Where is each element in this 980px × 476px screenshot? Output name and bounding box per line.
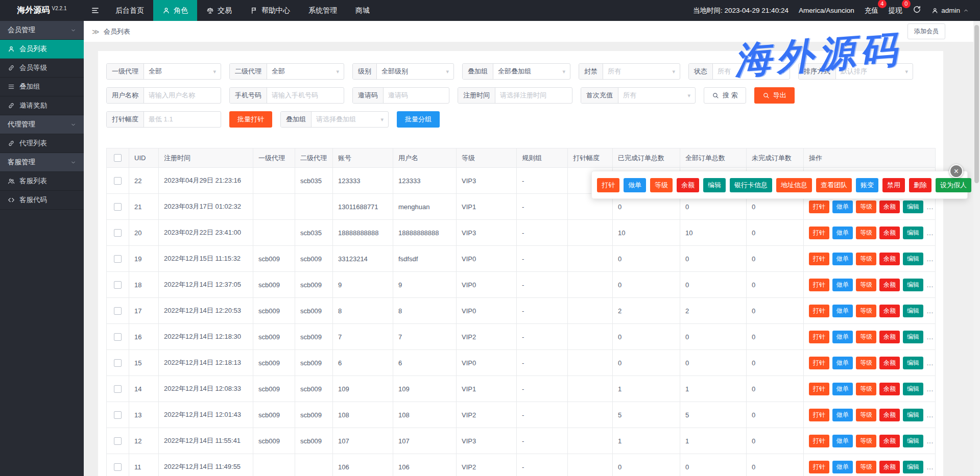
row-action-余额-button[interactable]: 余额	[879, 227, 900, 239]
row-action-打针-button[interactable]: 打针	[809, 305, 829, 317]
row-action-编辑-button[interactable]: 编辑	[903, 279, 923, 291]
batch-group-button[interactable]: 批量分组	[397, 111, 440, 128]
select-all-checkbox[interactable]	[114, 154, 122, 162]
sidebar-item-service-list[interactable]: 客服列表	[0, 172, 84, 191]
row-action-做单-button[interactable]: 做单	[832, 461, 853, 473]
row-action-等级-button[interactable]: 等级	[856, 383, 876, 395]
row-checkbox[interactable]	[114, 411, 122, 419]
row-action-余额-button[interactable]: 余额	[879, 279, 900, 291]
filter-stack-group-pick-select[interactable]: 请选择叠加组▾	[312, 112, 388, 127]
popup-action-余额-button[interactable]: 余额	[677, 178, 699, 192]
more-actions-button[interactable]: …	[926, 463, 934, 471]
row-action-做单-button[interactable]: 做单	[832, 383, 853, 395]
sidebar-toggle-button[interactable]	[84, 0, 106, 21]
filter-level-select[interactable]: 全部级别▾	[377, 64, 453, 79]
row-action-余额-button[interactable]: 余额	[879, 331, 900, 343]
filter-inject-range-input[interactable]: 最低 1.1	[144, 112, 221, 127]
row-action-余额-button[interactable]: 余额	[879, 435, 900, 447]
refresh-button[interactable]	[913, 5, 921, 16]
row-action-等级-button[interactable]: 等级	[856, 279, 876, 291]
nav-item-dashboard[interactable]: 后台首页	[106, 0, 153, 21]
sidebar-group-service-mgmt[interactable]: 客服管理	[0, 153, 84, 172]
more-actions-button[interactable]: …	[926, 229, 934, 237]
row-checkbox[interactable]	[114, 333, 122, 341]
row-action-编辑-button[interactable]: 编辑	[903, 435, 923, 447]
filter-stack-group-select[interactable]: 全部叠加组▾	[493, 64, 570, 79]
sidebar-group-member-mgmt[interactable]: 会员管理	[0, 21, 84, 40]
row-action-编辑-button[interactable]: 编辑	[903, 331, 923, 343]
row-action-做单-button[interactable]: 做单	[832, 227, 853, 239]
filter-agent1-select[interactable]: 全部▾	[144, 64, 221, 79]
row-action-打针-button[interactable]: 打针	[809, 409, 829, 421]
row-action-做单-button[interactable]: 做单	[832, 357, 853, 369]
row-action-余额-button[interactable]: 余额	[879, 357, 900, 369]
row-action-等级-button[interactable]: 等级	[856, 253, 876, 265]
row-action-等级-button[interactable]: 等级	[856, 435, 876, 447]
row-checkbox[interactable]	[114, 281, 122, 289]
popup-action-编辑-button[interactable]: 编辑	[703, 178, 726, 192]
row-action-余额-button[interactable]: 余额	[879, 305, 900, 317]
row-checkbox[interactable]	[114, 255, 122, 263]
popup-action-打针-button[interactable]: 打针	[597, 178, 619, 192]
more-actions-button[interactable]: …	[926, 359, 934, 367]
more-actions-button[interactable]: …	[926, 437, 934, 445]
row-action-编辑-button[interactable]: 编辑	[903, 227, 923, 239]
row-action-做单-button[interactable]: 做单	[832, 435, 853, 447]
popup-action-地址信息-button[interactable]: 地址信息	[776, 178, 812, 192]
filter-sort-select[interactable]: 默认排序▾	[836, 64, 913, 79]
more-actions-button[interactable]: …	[926, 333, 934, 341]
popup-action-等级-button[interactable]: 等级	[650, 178, 673, 192]
row-action-编辑-button[interactable]: 编辑	[903, 461, 923, 473]
popup-close-button[interactable]: ×	[949, 164, 963, 178]
row-checkbox[interactable]	[114, 463, 122, 471]
row-action-编辑-button[interactable]: 编辑	[903, 201, 923, 213]
filter-invite-code-input[interactable]: 邀请码	[384, 88, 449, 103]
withdraw-link[interactable]: 提现 0	[889, 6, 902, 15]
row-action-打针-button[interactable]: 打针	[809, 279, 829, 291]
filter-first-recharge-select[interactable]: 所有▾	[618, 88, 695, 103]
row-action-等级-button[interactable]: 等级	[856, 305, 876, 317]
batch-inject-button[interactable]: 批量打针	[229, 111, 272, 128]
popup-action-禁用-button[interactable]: 禁用	[882, 178, 905, 192]
row-action-打针-button[interactable]: 打针	[809, 227, 829, 239]
row-checkbox[interactable]	[114, 229, 122, 237]
row-action-等级-button[interactable]: 等级	[856, 227, 876, 239]
row-checkbox[interactable]	[114, 203, 122, 211]
row-checkbox[interactable]	[114, 359, 122, 367]
more-actions-button[interactable]: …	[926, 255, 934, 263]
row-action-等级-button[interactable]: 等级	[856, 357, 876, 369]
row-action-等级-button[interactable]: 等级	[856, 461, 876, 473]
export-button[interactable]: 导出	[754, 87, 795, 104]
row-action-编辑-button[interactable]: 编辑	[903, 383, 923, 395]
row-action-余额-button[interactable]: 余额	[879, 409, 900, 421]
row-action-余额-button[interactable]: 余额	[879, 201, 900, 213]
row-action-打针-button[interactable]: 打针	[809, 253, 829, 265]
more-actions-button[interactable]: …	[926, 281, 934, 289]
more-actions-button[interactable]: …	[926, 385, 934, 393]
popup-action-做单-button[interactable]: 做单	[624, 178, 646, 192]
nav-item-help-center[interactable]: 帮助中心	[241, 0, 299, 21]
sidebar-item-agent-list[interactable]: 代理列表	[0, 134, 84, 153]
row-action-做单-button[interactable]: 做单	[832, 331, 853, 343]
row-action-编辑-button[interactable]: 编辑	[903, 305, 923, 317]
popup-action-删除-button[interactable]: 删除	[909, 178, 931, 192]
sidebar-group-agent-mgmt[interactable]: 代理管理	[0, 115, 84, 134]
row-action-做单-button[interactable]: 做单	[832, 201, 853, 213]
scrollbar[interactable]	[973, 21, 980, 476]
row-action-做单-button[interactable]: 做单	[832, 253, 853, 265]
row-action-余额-button[interactable]: 余额	[879, 253, 900, 265]
recharge-link[interactable]: 充值 4	[865, 6, 878, 15]
sidebar-item-service-code[interactable]: 客服代码	[0, 191, 84, 210]
row-action-等级-button[interactable]: 等级	[856, 331, 876, 343]
nav-item-trade[interactable]: 交易	[197, 0, 241, 21]
row-action-余额-button[interactable]: 余额	[879, 383, 900, 395]
nav-item-system[interactable]: 系统管理	[299, 0, 346, 21]
row-action-做单-button[interactable]: 做单	[832, 279, 853, 291]
more-actions-button[interactable]: …	[926, 411, 934, 419]
filter-phone-input[interactable]: 请输入手机号码	[267, 88, 344, 103]
popup-action-银行卡信息-button[interactable]: 银行卡信息	[730, 178, 772, 192]
more-actions-button[interactable]: …	[926, 307, 934, 315]
filter-ban-select[interactable]: 所有▾	[603, 64, 680, 79]
row-action-等级-button[interactable]: 等级	[856, 201, 876, 213]
more-actions-button[interactable]: …	[926, 203, 934, 211]
